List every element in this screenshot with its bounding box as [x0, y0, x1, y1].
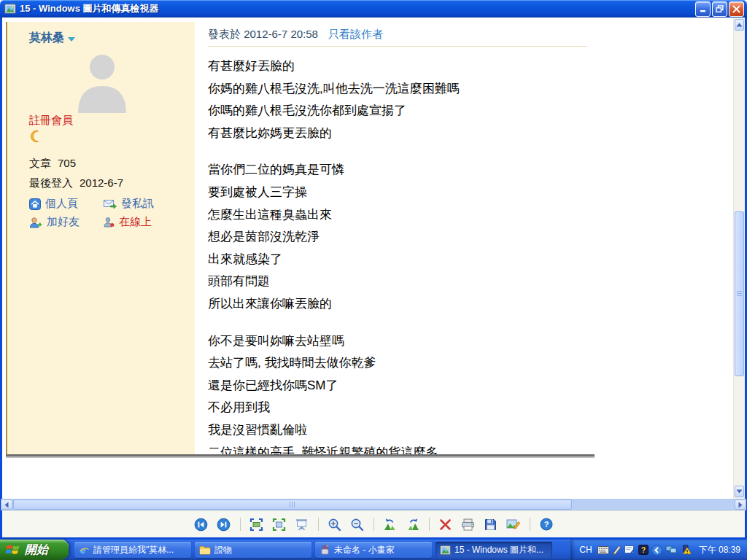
minimize-button[interactable]: [695, 1, 711, 17]
forum-user-sidebar: 莫林桑 註冊會員 文章705最後登入2012-6-7 個人頁發私訊加好友在線上: [7, 22, 195, 454]
post-line: 我是沒習慣亂倫啦: [208, 419, 592, 442]
forum-username: 莫林桑: [29, 31, 75, 46]
scroll-down-button[interactable]: [735, 486, 744, 497]
post-line: 出來就感染了: [208, 249, 592, 271]
language-indicator[interactable]: CH: [579, 545, 592, 555]
toolbar-separator: [374, 518, 374, 531]
ime-pad-icon[interactable]: [624, 545, 635, 555]
windows-logo-icon: [5, 542, 21, 557]
taskbar: 開始 e請管理員給我"莫林...證物未命名 - 小畫家15 - Windows …: [0, 540, 747, 560]
displayed-image: 莫林桑 註冊會員 文章705最後登入2012-6-7 個人頁發私訊加好友在線上 …: [6, 22, 595, 456]
svg-text:?: ?: [641, 546, 646, 554]
dropdown-icon: [68, 37, 75, 42]
toolbar-separator: [530, 518, 530, 531]
user-group-label: 註冊會員: [29, 114, 73, 128]
user-link-label: 在線上: [119, 215, 152, 229]
post-line: 想必是茵部沒洗乾淨: [208, 226, 592, 249]
user-stat-row: 文章705: [29, 153, 123, 173]
start-button[interactable]: 開始: [0, 540, 69, 560]
taskbar-clock[interactable]: 下午 08:39: [699, 544, 740, 556]
horizontal-scrollbar[interactable]: [1, 499, 746, 510]
taskbar-item-label: 請管理員給我"莫林...: [93, 544, 174, 556]
taskbar-item[interactable]: 證物: [195, 542, 311, 558]
restore-button[interactable]: [712, 1, 727, 17]
post-line: 去站了嗎, 我找時間去做你乾爹: [208, 352, 592, 375]
next-image-button[interactable]: [215, 516, 233, 533]
vertical-scrollbar[interactable]: [733, 18, 745, 499]
post-line: 你不是要叫妳嘛去站壁嗎: [208, 330, 592, 353]
post-line: [208, 144, 592, 159]
previous-image-button[interactable]: [193, 516, 210, 533]
title-bar: 15 - Windows 圖片和傳真檢視器: [0, 0, 747, 18]
scroll-up-button[interactable]: [735, 19, 744, 31]
network-icon[interactable]: [665, 545, 677, 555]
scroll-left-button[interactable]: [1, 499, 12, 510]
actual-size-button[interactable]: [271, 516, 288, 533]
post-line: 有甚麼好丟臉的: [208, 55, 592, 78]
zoom-in-button[interactable]: [326, 516, 344, 533]
avatar: [69, 46, 136, 113]
help-button[interactable]: ?: [538, 516, 555, 533]
folder-icon: [199, 545, 211, 555]
post-header: 發表於 2012-6-7 20:58 只看該作者: [208, 28, 383, 42]
post-line: 怎麼生出這種臭蟲出來: [208, 204, 592, 227]
post-line: 頭部有問題: [208, 271, 592, 293]
close-button[interactable]: [729, 1, 744, 17]
user-link: 個人頁: [29, 197, 104, 211]
header-divider: [208, 46, 587, 47]
ie-icon: e: [79, 545, 90, 556]
taskbar-item[interactable]: e請管理員給我"莫林...: [74, 542, 191, 558]
rotate-counterclockwise-button[interactable]: [382, 516, 399, 533]
rotate-clockwise-button[interactable]: [404, 516, 422, 533]
zoom-out-button[interactable]: [349, 516, 366, 533]
security-warning-icon[interactable]: [680, 545, 692, 555]
moon-icon: [29, 130, 42, 143]
pen-icon[interactable]: [612, 545, 622, 555]
tray-help-icon[interactable]: ?: [638, 545, 649, 555]
system-tray: CH ? 下午 08:39: [570, 540, 747, 560]
viewer-window-body: 莫林桑 註冊會員 文章705最後登入2012-6-7 個人頁發私訊加好友在線上 …: [0, 18, 747, 540]
tray-icons: ?: [597, 545, 692, 556]
stat-label: 最後登入: [29, 176, 73, 189]
delete-button[interactable]: [437, 516, 454, 533]
best-fit-button[interactable]: [248, 516, 266, 533]
user-stats: 文章705最後登入2012-6-7: [29, 153, 123, 192]
taskbar-item[interactable]: 未命名 - 小畫家: [315, 542, 432, 558]
viewer-toolbar: ?: [2, 510, 745, 537]
horizontal-scroll-thumb[interactable]: [13, 499, 572, 510]
stat-value: 705: [58, 157, 76, 169]
scroll-right-button[interactable]: [735, 499, 746, 510]
toolbar-separator: [240, 518, 241, 531]
post-line: 有甚麼比妳媽更丟臉的: [208, 122, 592, 145]
post-date: 發表於 2012-6-7 20:58: [208, 28, 318, 42]
view-author-link: 只看該作者: [328, 28, 383, 42]
taskbar-item-label: 15 - Windows 圖片和...: [454, 544, 543, 556]
user-link-label: 加好友: [47, 215, 80, 229]
online-icon: [104, 217, 115, 228]
post-line: 還是你已經找你嗎SM了: [208, 375, 592, 397]
viewer-app-icon: [4, 3, 16, 15]
start-label: 開始: [25, 542, 48, 558]
taskbar-item[interactable]: 15 - Windows 圖片和...: [436, 542, 552, 558]
forum-post-area: 發表於 2012-6-7 20:58 只看該作者 有甚麼好丟臉的你媽的雞八根毛沒…: [195, 22, 595, 454]
post-line: [208, 316, 592, 330]
add-friend-icon: [29, 217, 42, 228]
save-button[interactable]: [482, 516, 500, 533]
print-button[interactable]: [460, 516, 477, 533]
user-link: 加好友: [29, 215, 104, 229]
post-line: 所以出來讓你嘛丟臉的: [208, 293, 592, 316]
vertical-scroll-thumb[interactable]: [735, 211, 744, 376]
screen: { "window": { "title": "15 - Windows 圖片和…: [0, 0, 747, 560]
post-line: 當你們二位的媽真是可憐: [208, 159, 592, 182]
post-line: 要到處被人三字操: [208, 182, 592, 204]
post-body: 有甚麼好丟臉的你媽的雞八根毛沒洗,叫他去洗一洗這麼困難嗎你嗎的雞八根毛沒洗你都到…: [208, 55, 592, 456]
user-link: 在線上: [104, 215, 154, 229]
start-slideshow-button[interactable]: [293, 516, 311, 533]
svg-text:?: ?: [543, 520, 549, 529]
lang-collapse-icon[interactable]: [651, 545, 662, 556]
keyboard-icon[interactable]: [597, 546, 609, 554]
post-line: 你嗎的雞八根毛沒洗你都到處宣揚了: [208, 100, 592, 122]
user-link-label: 發私訊: [121, 197, 154, 211]
edit-image-button[interactable]: [505, 516, 522, 533]
taskbar-item-label: 證物: [214, 544, 232, 556]
